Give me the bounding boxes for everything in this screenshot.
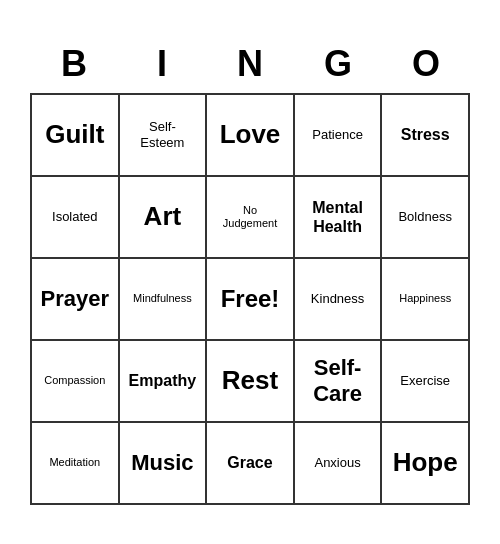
bingo-cell[interactable]: Empathy [120, 341, 208, 423]
bingo-cell[interactable]: Self-Care [295, 341, 383, 423]
bingo-cell[interactable]: Art [120, 177, 208, 259]
bingo-card: BINGO GuiltSelf-EsteemLovePatienceStress… [20, 29, 480, 515]
header-letter: G [294, 39, 382, 89]
bingo-cell[interactable]: Guilt [32, 95, 120, 177]
bingo-cell[interactable]: Kindness [295, 259, 383, 341]
header-letter: I [118, 39, 206, 89]
bingo-cell[interactable]: Stress [382, 95, 470, 177]
bingo-header: BINGO [30, 39, 470, 89]
bingo-cell[interactable]: Music [120, 423, 208, 505]
bingo-cell[interactable]: Boldness [382, 177, 470, 259]
header-letter: B [30, 39, 118, 89]
bingo-grid: GuiltSelf-EsteemLovePatienceStressIsolat… [30, 93, 470, 505]
bingo-cell[interactable]: Self-Esteem [120, 95, 208, 177]
bingo-cell[interactable]: Isolated [32, 177, 120, 259]
bingo-cell[interactable]: Prayer [32, 259, 120, 341]
bingo-cell[interactable]: Free! [207, 259, 295, 341]
bingo-cell[interactable]: Hope [382, 423, 470, 505]
bingo-cell[interactable]: Exercise [382, 341, 470, 423]
bingo-cell[interactable]: Happiness [382, 259, 470, 341]
bingo-cell[interactable]: MentalHealth [295, 177, 383, 259]
bingo-cell[interactable]: Mindfulness [120, 259, 208, 341]
bingo-cell[interactable]: Anxious [295, 423, 383, 505]
bingo-cell[interactable]: Meditation [32, 423, 120, 505]
bingo-cell[interactable]: Compassion [32, 341, 120, 423]
bingo-cell[interactable]: Patience [295, 95, 383, 177]
bingo-cell[interactable]: NoJudgement [207, 177, 295, 259]
header-letter: O [382, 39, 470, 89]
header-letter: N [206, 39, 294, 89]
bingo-cell[interactable]: Rest [207, 341, 295, 423]
bingo-cell[interactable]: Love [207, 95, 295, 177]
bingo-cell[interactable]: Grace [207, 423, 295, 505]
